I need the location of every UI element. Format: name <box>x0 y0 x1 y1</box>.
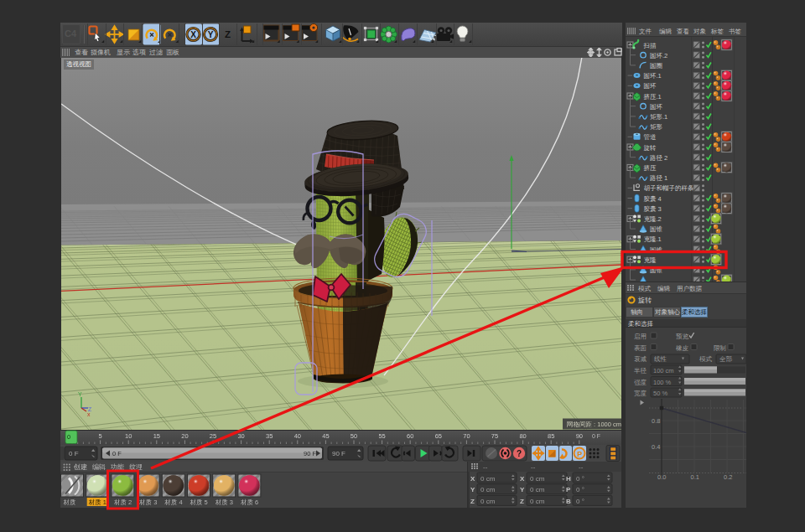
svg-text:Z: Z <box>520 498 524 505</box>
svg-text:0.8: 0.8 <box>652 417 660 425</box>
svg-text:P: P <box>566 486 571 493</box>
svg-text:圆环: 圆环 <box>644 82 657 90</box>
svg-text:50 %: 50 % <box>653 390 667 397</box>
svg-text:0.2: 0.2 <box>724 473 732 481</box>
svg-text:圆锥: 圆锥 <box>650 266 663 274</box>
svg-text:旋转: 旋转 <box>644 144 657 152</box>
svg-text:挤压: 挤压 <box>643 164 657 172</box>
svg-text:0 cm: 0 cm <box>480 486 496 493</box>
svg-text:衰减: 衰减 <box>634 355 647 363</box>
svg-text:表面: 表面 <box>634 344 647 352</box>
svg-text:挤压.1: 挤压.1 <box>643 93 662 101</box>
svg-text:85: 85 <box>548 432 554 440</box>
svg-text:55: 55 <box>378 432 385 440</box>
svg-text:材质 1: 材质 1 <box>89 498 106 506</box>
svg-text:材质 4: 材质 4 <box>164 498 182 506</box>
svg-text:0 cm: 0 cm <box>530 486 545 493</box>
svg-text:100 %: 100 % <box>653 379 672 386</box>
svg-text:X: X <box>520 475 525 483</box>
svg-text:0 cm: 0 cm <box>530 475 545 483</box>
svg-text:网格间距 : 1000 cm: 网格间距 : 1000 cm <box>567 421 621 428</box>
svg-text:材质 3: 材质 3 <box>216 498 233 506</box>
svg-text:90 F: 90 F <box>304 450 316 457</box>
svg-text:圆环: 圆环 <box>650 103 663 111</box>
svg-text:Y: Y <box>520 486 525 493</box>
svg-text:克隆.2: 克隆.2 <box>644 215 662 223</box>
svg-text:65: 65 <box>435 432 442 440</box>
svg-text:Y: Y <box>78 391 82 397</box>
svg-text:0 cm: 0 cm <box>530 498 545 505</box>
svg-text:启用: 启用 <box>634 333 647 340</box>
svg-text:0 F: 0 F <box>69 450 79 457</box>
svg-text:0 °: 0 ° <box>576 486 584 493</box>
svg-text:材质 5: 材质 5 <box>190 498 208 506</box>
svg-text:5: 5 <box>99 432 102 440</box>
svg-text:限制: 限制 <box>714 344 726 352</box>
svg-text:50: 50 <box>351 432 357 440</box>
svg-text:?: ? <box>517 449 522 458</box>
svg-text:0.0: 0.0 <box>657 473 666 481</box>
svg-text:0 cm: 0 cm <box>480 498 496 505</box>
svg-text:X: X <box>190 30 196 39</box>
svg-text:材质 3: 材质 3 <box>139 498 157 506</box>
svg-text:Y: Y <box>470 486 475 493</box>
svg-text:Y: Y <box>208 30 214 39</box>
svg-text:预览: 预览 <box>676 333 689 340</box>
svg-text:圆环.1: 圆环.1 <box>644 72 662 80</box>
svg-text:圆环.2: 圆环.2 <box>650 52 667 59</box>
svg-text:90 F: 90 F <box>332 450 345 457</box>
svg-text:0 °: 0 ° <box>576 475 584 483</box>
svg-text:0 °: 0 ° <box>576 498 584 505</box>
svg-text:橡皮: 橡皮 <box>676 344 689 352</box>
svg-text:矩形: 矩形 <box>650 123 663 131</box>
svg-text:20: 20 <box>181 432 188 440</box>
svg-text:0: 0 <box>67 433 70 441</box>
svg-text:40: 40 <box>294 432 301 440</box>
svg-text:90: 90 <box>576 432 583 440</box>
svg-text:圆锥: 圆锥 <box>650 225 663 233</box>
svg-text:半径: 半径 <box>634 367 647 374</box>
svg-text:15: 15 <box>153 432 160 440</box>
svg-text:x: x <box>87 411 91 417</box>
svg-text:克隆: 克隆 <box>644 256 657 264</box>
svg-text:胶囊 3: 胶囊 3 <box>644 205 662 213</box>
svg-text:45: 45 <box>322 432 329 440</box>
svg-text:0 F: 0 F <box>592 433 600 439</box>
svg-text:胡子和帽子的样条: 胡子和帽子的样条 <box>644 184 694 192</box>
svg-text:0.1: 0.1 <box>691 473 699 481</box>
svg-text:宽度: 宽度 <box>634 390 647 397</box>
svg-text:扫描: 扫描 <box>643 42 657 49</box>
svg-text:30: 30 <box>237 432 244 440</box>
svg-text:全部: 全部 <box>719 355 733 363</box>
svg-text:60: 60 <box>407 432 413 440</box>
svg-text:路径 2: 路径 2 <box>650 154 667 162</box>
svg-text:0.4: 0.4 <box>652 443 660 451</box>
svg-text:胶囊 4: 胶囊 4 <box>644 195 662 203</box>
svg-text:P: P <box>577 450 582 458</box>
svg-text:100 cm: 100 cm <box>653 367 674 374</box>
svg-text:H: H <box>566 475 571 483</box>
svg-text:圆圈: 圆圈 <box>650 62 662 70</box>
svg-text:0 cm: 0 cm <box>480 475 496 483</box>
svg-text:克隆.1: 克隆.1 <box>644 235 662 243</box>
svg-text:路径 1: 路径 1 <box>650 174 667 182</box>
svg-text:圆锥: 圆锥 <box>650 246 663 254</box>
svg-text:0 F: 0 F <box>112 450 122 457</box>
svg-text:B: B <box>566 498 571 505</box>
svg-text:Z: Z <box>225 29 231 39</box>
svg-text:材质 2: 材质 2 <box>114 498 132 506</box>
svg-text:矩形.1: 矩形.1 <box>650 113 667 121</box>
svg-text:材质 6: 材质 6 <box>241 498 258 506</box>
svg-text:模式: 模式 <box>699 355 713 363</box>
svg-text:材质: 材质 <box>64 498 76 506</box>
svg-text:强度: 强度 <box>634 379 647 386</box>
svg-text:35: 35 <box>266 432 273 440</box>
svg-text:管道: 管道 <box>644 133 657 141</box>
svg-text:Z: Z <box>470 498 475 505</box>
svg-text:70: 70 <box>463 432 470 440</box>
svg-text:10: 10 <box>125 432 132 440</box>
svg-text:25: 25 <box>210 432 216 440</box>
svg-text:线性: 线性 <box>654 355 667 363</box>
svg-text:X: X <box>470 475 475 483</box>
svg-text:75: 75 <box>491 432 498 440</box>
